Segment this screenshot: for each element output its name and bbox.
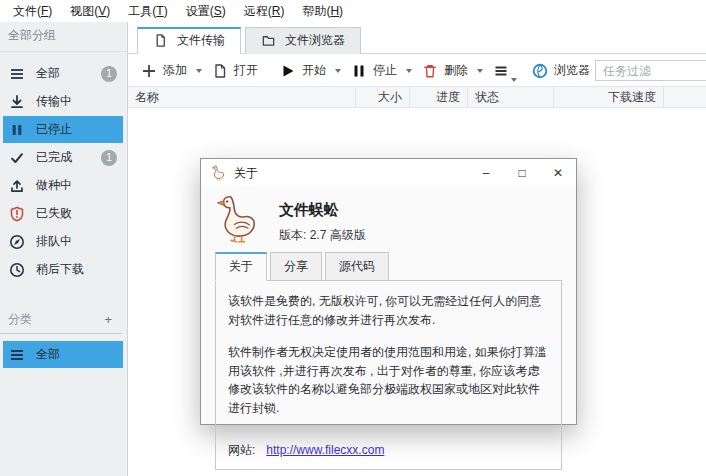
sidebar-item-download-later[interactable]: 稍后下载 [3,256,123,283]
download-icon [9,94,25,110]
sidebar-item-label: 传输中 [36,93,72,110]
check-icon [9,150,25,166]
count-badge: 1 [101,66,117,82]
add-category-button[interactable]: + [102,312,114,327]
stop-label: 停止 [373,62,397,79]
column-header-extra[interactable] [664,87,706,107]
clock-icon [9,262,25,278]
duck-app-icon [211,165,226,181]
dialog-tab-about[interactable]: 关于 [215,252,267,281]
folder-icon [261,33,276,48]
chevron-down-icon [196,69,202,73]
sidebar-item-label: 做种中 [36,177,72,194]
start-button[interactable]: 开始 [275,59,346,82]
file-icon [153,33,168,48]
sidebar-item-all[interactable]: 全部 1 [3,60,123,87]
open-button[interactable]: 打开 [207,59,263,82]
count-badge: 1 [101,150,117,166]
play-icon [280,63,296,79]
website-link[interactable]: http://www.filecxx.com [266,441,384,460]
chevron-down-icon [335,69,341,73]
about-dialog: 关于 – □ ✕ 文件蜈蚣 版本: 2.7 高级版 关于 分享 源代码 该软件是… [200,158,577,425]
dialog-title-bar[interactable]: 关于 – □ ✕ [201,159,576,187]
category-header-label: 分类 [8,311,32,328]
menu-help[interactable]: 帮助(H) [293,0,352,23]
toolbar: 添加 打开 开始 停止 [128,54,706,86]
category-item-all[interactable]: 全部 [3,341,123,368]
open-file-icon [212,63,228,79]
sidebar-item-label: 已失败 [36,205,72,222]
dialog-tab-bar: 关于 分享 源代码 [201,245,576,280]
pause-icon [351,63,367,79]
chevron-down-icon [477,69,483,73]
dialog-footer: ✕ 关闭 [201,470,576,476]
chevron-down-icon [511,78,517,82]
seed-upload-icon [9,178,25,194]
task-filter-input[interactable] [595,60,706,81]
tab-label: 文件传输 [177,32,225,49]
menu-settings[interactable]: 设置(S) [177,0,235,23]
category-item-label: 全部 [36,346,60,363]
pause-icon [9,122,25,138]
sidebar-item-stopped[interactable]: 已停止 [3,116,123,143]
sidebar-item-label: 全部 [36,65,60,82]
column-header-speed[interactable]: 下载速度 [554,87,664,107]
sidebar-item-queued[interactable]: 排队中 [3,228,123,255]
window-controls: – □ ✕ [468,159,576,187]
tab-file-browser[interactable]: 文件浏览器 [245,27,361,54]
column-header-status[interactable]: 状态 [468,87,554,107]
about-paragraph-2: 软件制作者无权决定使用者的使用范围和用途, 如果你打算滥用该软件 ,并进行再次发… [228,343,549,417]
sidebar-item-transferring[interactable]: 传输中 [3,88,123,115]
website-label: 网站: [228,441,255,460]
sidebar: 全部分组 全部 1 传输中 已停止 [0,22,128,476]
stop-button[interactable]: 停止 [346,59,417,82]
compass-icon [9,234,25,250]
list-icon [9,66,25,82]
menu-view[interactable]: 视图(V) [61,0,119,23]
sidebar-item-label: 排队中 [36,233,72,250]
sidebar-item-completed[interactable]: 已完成 1 [3,144,123,171]
globe-icon [532,63,548,79]
sidebar-item-label: 已停止 [36,121,72,138]
app-version: 版本: 2.7 高级版 [279,227,366,244]
task-table-header: 名称 大小 进度 状态 下载速度 [128,86,706,108]
browser-button[interactable]: 浏览器 [527,59,595,82]
more-menu-button[interactable] [488,60,515,82]
close-window-button[interactable]: ✕ [540,159,576,187]
minimize-button[interactable]: – [468,159,504,187]
delete-label: 删除 [444,62,468,79]
app-name: 文件蜈蚣 [279,201,366,220]
trash-icon [422,63,438,79]
open-label: 打开 [234,62,258,79]
dialog-tab-share[interactable]: 分享 [270,252,322,281]
category-header: 分类 + [0,308,122,334]
menu-remote[interactable]: 远程(R) [235,0,294,23]
main-tab-bar: 文件传输 文件浏览器 [128,22,706,54]
chevron-down-icon [406,69,412,73]
dialog-tab-source[interactable]: 源代码 [325,252,389,281]
maximize-button[interactable]: □ [504,159,540,187]
menu-bar: 文件(F) 视图(V) 工具(T) 设置(S) 远程(R) 帮助(H) [0,0,706,22]
column-header-name[interactable]: 名称 [128,87,356,107]
sidebar-item-seeding[interactable]: 做种中 [3,172,123,199]
start-label: 开始 [302,62,326,79]
failed-shield-icon [9,206,25,222]
menu-file[interactable]: 文件(F) [4,0,61,23]
dialog-title: 关于 [234,165,258,182]
sidebar-item-label: 已完成 [36,149,72,166]
category-list: 全部 [0,340,127,369]
list-icon [9,347,25,363]
hamburger-icon [493,63,509,79]
sidebar-filter-list: 全部 1 传输中 已停止 已完成 1 [0,59,127,284]
tab-file-transfer[interactable]: 文件传输 [137,27,241,54]
delete-button[interactable]: 删除 [417,59,488,82]
column-header-progress[interactable]: 进度 [410,87,468,107]
about-paragraph-1: 该软件是免费的, 无版权许可, 你可以无需经过任何人的同意对软件进行任意的修改并… [228,292,549,329]
add-button[interactable]: 添加 [136,59,207,82]
sidebar-item-failed[interactable]: 已失败 [3,200,123,227]
add-label: 添加 [163,62,187,79]
menu-tools[interactable]: 工具(T) [119,0,176,23]
column-header-size[interactable]: 大小 [356,87,410,107]
duck-logo [215,193,261,245]
sidebar-item-label: 稍后下载 [36,261,84,278]
